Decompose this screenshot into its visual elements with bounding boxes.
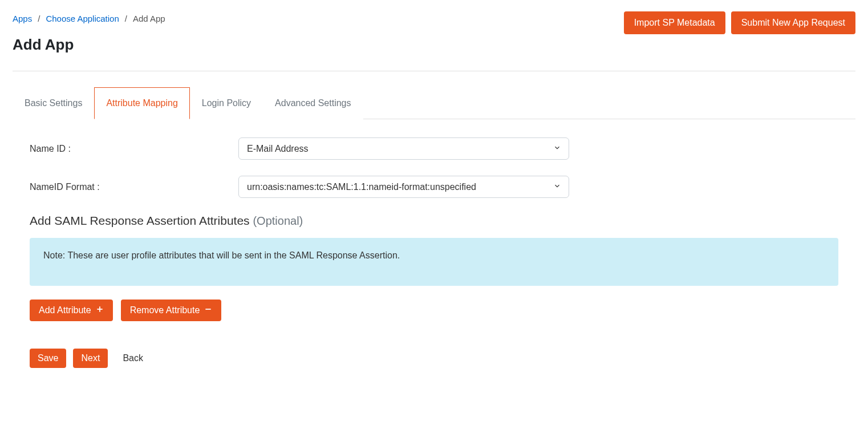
tab-basic-settings[interactable]: Basic Settings (13, 87, 94, 119)
remove-attribute-label: Remove Attribute (130, 305, 200, 315)
tab-advanced-settings[interactable]: Advanced Settings (263, 87, 363, 119)
name-id-label: Name ID : (30, 144, 238, 154)
remove-attribute-button[interactable]: Remove Attribute (121, 300, 222, 321)
action-bar: Save Next Back (30, 349, 838, 368)
page-title: Add App (13, 36, 165, 54)
breadcrumb-separator: / (38, 14, 40, 23)
nameid-format-label: NameID Format : (30, 182, 238, 192)
section-heading-text: Add SAML Response Assertion Attributes (30, 214, 250, 227)
add-attribute-label: Add Attribute (39, 305, 91, 315)
save-button[interactable]: Save (30, 349, 66, 368)
nameid-format-row: NameID Format : urn:oasis:names:tc:SAML:… (30, 176, 838, 198)
add-attribute-button[interactable]: Add Attribute (30, 300, 113, 321)
section-heading: Add SAML Response Assertion Attributes (… (30, 214, 838, 228)
breadcrumb-choose-application[interactable]: Choose Application (46, 14, 119, 23)
tab-login-policy[interactable]: Login Policy (190, 87, 263, 119)
breadcrumb-current: Add App (133, 14, 165, 23)
breadcrumb-apps[interactable]: Apps (13, 14, 32, 23)
top-action-buttons: Import SP Metadata Submit New App Reques… (624, 11, 855, 34)
content-area: Name ID : E-Mail Address NameID Format :… (13, 119, 855, 368)
note-box: Note: These are user profile attributes … (30, 238, 838, 286)
plus-icon (96, 305, 104, 315)
next-button[interactable]: Next (73, 349, 108, 368)
breadcrumb: Apps / Choose Application / Add App (13, 14, 165, 23)
submit-new-app-request-button[interactable]: Submit New App Request (731, 11, 855, 34)
breadcrumb-separator: / (125, 14, 127, 23)
nameid-format-select[interactable]: urn:oasis:names:tc:SAML:1.1:nameid-forma… (238, 176, 569, 198)
divider (13, 71, 855, 71)
back-link[interactable]: Back (123, 353, 143, 363)
section-heading-optional: (Optional) (253, 215, 303, 227)
name-id-row: Name ID : E-Mail Address (30, 137, 838, 160)
tabs: Basic Settings Attribute Mapping Login P… (13, 87, 855, 119)
minus-icon (204, 305, 212, 315)
attribute-buttons: Add Attribute Remove Attribute (30, 300, 838, 321)
tab-attribute-mapping[interactable]: Attribute Mapping (94, 87, 189, 119)
import-sp-metadata-button[interactable]: Import SP Metadata (624, 11, 725, 34)
name-id-select[interactable]: E-Mail Address (238, 137, 569, 160)
